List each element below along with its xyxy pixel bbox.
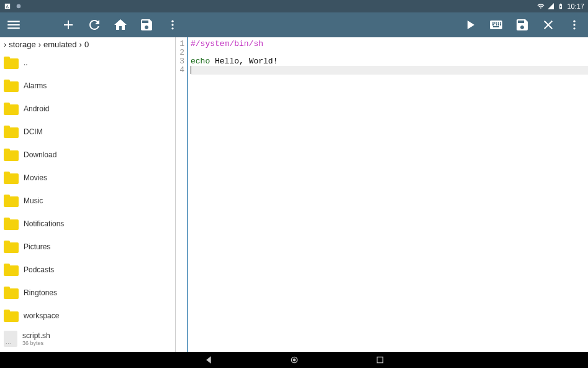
svg-point-7 bbox=[573, 24, 575, 25]
code-line[interactable] bbox=[191, 66, 588, 75]
file-list[interactable]: ..AlarmsAndroidDCIMDownloadMoviesMusicNo… bbox=[0, 51, 175, 352]
folder-icon bbox=[4, 264, 19, 276]
run-button[interactable] bbox=[461, 16, 479, 34]
svg-point-5 bbox=[171, 27, 173, 29]
file-item[interactable]: Alarms bbox=[0, 74, 175, 97]
folder-icon bbox=[4, 149, 19, 161]
file-item[interactable]: Ringtones bbox=[0, 281, 175, 304]
close-button[interactable] bbox=[540, 16, 557, 34]
file-name: Download bbox=[24, 150, 57, 159]
file-name: .. bbox=[24, 58, 28, 67]
svg-point-2 bbox=[17, 4, 21, 9]
line-gutter: 1234 bbox=[176, 37, 188, 352]
file-name: Notifications bbox=[24, 219, 64, 228]
line-number: 1 bbox=[176, 40, 184, 48]
save-button-right[interactable] bbox=[513, 16, 531, 34]
svg-point-3 bbox=[171, 21, 173, 22]
breadcrumb-part: 0 bbox=[84, 40, 89, 49]
file-size: 36 bytes bbox=[22, 340, 50, 346]
folder-icon bbox=[4, 57, 19, 69]
file-name: Android bbox=[24, 104, 49, 113]
folder-icon bbox=[4, 195, 19, 207]
svg-point-10 bbox=[293, 359, 296, 361]
breadcrumb-sep: › bbox=[79, 40, 82, 49]
android-nav-bar bbox=[0, 352, 588, 368]
line-number: 3 bbox=[176, 57, 184, 66]
file-item[interactable]: Android bbox=[0, 97, 175, 120]
code-segment: #/system/bin/sh bbox=[191, 39, 263, 48]
folder-icon bbox=[4, 103, 19, 115]
file-item[interactable]: .. bbox=[0, 51, 175, 74]
file-item[interactable]: Podcasts bbox=[0, 258, 175, 281]
folder-icon bbox=[4, 172, 19, 184]
folder-icon bbox=[4, 126, 19, 138]
status-app-icon: A bbox=[4, 2, 11, 10]
code-segment: echo bbox=[191, 57, 210, 66]
svg-point-6 bbox=[573, 21, 575, 22]
hamburger-menu-button[interactable] bbox=[5, 16, 22, 34]
file-item[interactable]: Movies bbox=[0, 166, 175, 189]
code-line[interactable] bbox=[191, 48, 588, 57]
status-dot-icon bbox=[15, 2, 22, 10]
breadcrumb-part: storage bbox=[9, 40, 35, 49]
svg-text:A: A bbox=[6, 4, 9, 9]
add-button[interactable] bbox=[60, 16, 77, 34]
nav-recent-button[interactable] bbox=[374, 354, 386, 366]
file-name: Pictures bbox=[24, 242, 50, 251]
breadcrumb[interactable]: › storage › emulated › 0 bbox=[0, 37, 175, 51]
code-line[interactable]: #/system/bin/sh bbox=[191, 40, 588, 48]
file-item[interactable]: script.sh36 bytes bbox=[0, 327, 175, 350]
home-button[interactable] bbox=[112, 16, 129, 34]
android-status-bar: A 10:17 bbox=[0, 0, 588, 12]
file-name: Alarms bbox=[24, 81, 47, 90]
editor-content[interactable]: #/system/bin/shecho Hello, World! bbox=[188, 37, 588, 352]
battery-icon bbox=[557, 2, 564, 10]
code-line[interactable]: echo Hello, World! bbox=[191, 57, 588, 66]
breadcrumb-sep: › bbox=[38, 40, 41, 49]
svg-rect-11 bbox=[377, 357, 382, 362]
signal-icon bbox=[547, 2, 554, 10]
file-name: Movies bbox=[24, 173, 47, 182]
breadcrumb-sep: › bbox=[4, 40, 6, 49]
file-name: Podcasts bbox=[24, 265, 54, 274]
file-name: script.sh bbox=[22, 331, 50, 340]
file-name: DCIM bbox=[24, 127, 43, 136]
file-browser-sidebar: › storage › emulated › 0 ..AlarmsAndroid… bbox=[0, 37, 176, 352]
file-item[interactable]: Music bbox=[0, 189, 175, 212]
file-name: Music bbox=[24, 196, 43, 205]
folder-icon bbox=[4, 218, 19, 230]
nav-home-button[interactable] bbox=[289, 354, 300, 366]
svg-point-8 bbox=[573, 27, 575, 29]
nav-back-button[interactable] bbox=[203, 354, 214, 366]
line-number: 4 bbox=[176, 66, 184, 75]
file-name: workspace bbox=[24, 311, 59, 320]
text-cursor bbox=[191, 66, 191, 74]
more-button-right[interactable] bbox=[566, 16, 583, 34]
file-item[interactable]: Download bbox=[0, 143, 175, 166]
folder-icon bbox=[4, 287, 19, 299]
app-toolbar bbox=[0, 12, 588, 37]
line-number: 2 bbox=[176, 48, 184, 57]
save-button-left[interactable] bbox=[138, 16, 155, 34]
main-area: › storage › emulated › 0 ..AlarmsAndroid… bbox=[0, 37, 588, 352]
folder-icon bbox=[4, 80, 19, 92]
file-item[interactable]: Notifications bbox=[0, 212, 175, 235]
file-item[interactable]: workspace bbox=[0, 304, 175, 327]
folder-icon bbox=[4, 310, 19, 322]
file-item[interactable]: Pictures bbox=[0, 235, 175, 258]
code-segment: Hello, World! bbox=[210, 57, 278, 66]
status-time: 10:17 bbox=[567, 2, 584, 10]
keyboard-button[interactable] bbox=[487, 16, 505, 34]
more-button-left[interactable] bbox=[164, 16, 181, 34]
file-icon bbox=[4, 331, 17, 347]
wifi-icon bbox=[537, 2, 545, 10]
refresh-button[interactable] bbox=[86, 16, 103, 34]
file-name: Ringtones bbox=[24, 288, 57, 297]
svg-point-4 bbox=[171, 24, 173, 25]
code-editor[interactable]: 1234 #/system/bin/shecho Hello, World! bbox=[176, 37, 588, 352]
file-item[interactable]: DCIM bbox=[0, 120, 175, 143]
breadcrumb-part: emulated bbox=[43, 40, 76, 49]
folder-icon bbox=[4, 241, 19, 253]
